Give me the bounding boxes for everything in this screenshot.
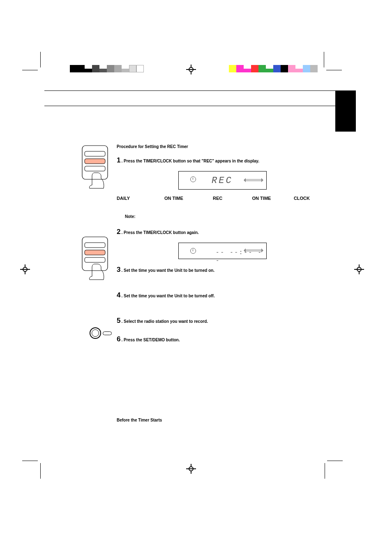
step-5: 5. Select the radio station you want to … (117, 316, 339, 326)
crop-mark (325, 463, 325, 479)
step-3: 3. Set the time you want the Unit to be … (117, 265, 339, 275)
press-button-hand-icon (81, 144, 109, 189)
registration-mark-icon (20, 264, 30, 274)
step-number: 6 (117, 334, 120, 344)
label-rec: REC (196, 195, 240, 202)
label-on-time: ON TIME (240, 195, 284, 202)
step-2: 2. Press the TIMER/CLOCK button again. (117, 227, 339, 237)
svg-rect-3 (85, 166, 105, 171)
instruction-content: Procedure for Setting the REC Timer 1. P… (117, 144, 339, 423)
svg-rect-2 (85, 159, 105, 164)
step-4: 4. Set the time you want the Unit to be … (117, 290, 339, 300)
step-text: Press the TIMER/CLOCK button again. (124, 230, 199, 235)
svg-rect-1 (85, 151, 105, 156)
label-daily: DAILY (117, 195, 152, 202)
registration-mark-icon (354, 264, 364, 274)
press-button-hand-icon (81, 235, 109, 280)
svg-rect-6 (85, 250, 105, 255)
registration-mark-icon (186, 464, 196, 474)
crop-mark (40, 52, 41, 67)
step-1: 1. Press the TIMER/CLOCK button so that … (117, 155, 339, 165)
step-text: Select the radio station you want to rec… (124, 319, 208, 324)
step-number: 2 (117, 227, 120, 237)
lcd-display-rec: REC (178, 171, 267, 190)
crop-mark (22, 70, 38, 70)
step-text: Set the time you want the Unit to be tur… (124, 268, 214, 273)
section-heading: Procedure for Setting the REC Timer (117, 144, 339, 150)
crop-mark (324, 52, 324, 67)
progress-bar-icon (246, 249, 261, 252)
timer-mode-labels: DAILY ON TIME REC ON TIME CLOCK (117, 195, 310, 202)
step-6: 6. Press the SET/DEMO button. (117, 334, 339, 344)
grayscale-calibration-bar (70, 65, 144, 72)
crop-mark (22, 461, 38, 461)
svg-rect-5 (85, 243, 105, 248)
crop-mark (40, 463, 41, 479)
page-header-rule (44, 78, 350, 123)
step-number: 1 (117, 155, 120, 165)
label-clock: CLOCK (284, 195, 310, 202)
color-calibration-bar (229, 65, 318, 72)
step-text: Press the TIMER/CLOCK button so that "RE… (124, 159, 259, 163)
step-number: 4 (117, 290, 120, 300)
section-tab (335, 90, 356, 132)
registration-mark-icon (186, 65, 196, 74)
step-number: 3 (117, 265, 120, 275)
svg-rect-7 (85, 257, 105, 262)
clock-icon (190, 176, 196, 182)
lcd-display-dash: -- --:-- -- (178, 243, 267, 259)
step-number: 5 (117, 316, 120, 326)
step-text: Set the time you want the Unit to be tur… (124, 294, 215, 298)
clock-icon (190, 248, 196, 254)
set-demo-button-icon (90, 327, 110, 339)
before-timer-heading: Before the Timer Starts (117, 417, 339, 423)
crop-mark (326, 70, 342, 70)
label-on-time: ON TIME (152, 195, 196, 202)
crop-mark (327, 461, 343, 461)
note-label: Note: (125, 214, 339, 220)
display-text: REC (212, 175, 233, 188)
progress-bar-icon (246, 179, 261, 181)
step-text: Press the SET/DEMO button. (124, 338, 180, 342)
